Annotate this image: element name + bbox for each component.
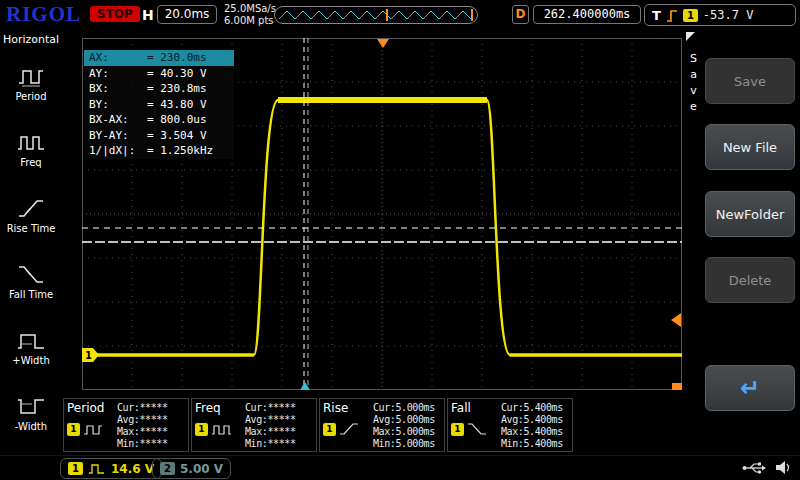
measurement-source-badge: 1 xyxy=(67,423,80,436)
svg-text:1: 1 xyxy=(85,350,92,361)
cursor-row-ay[interactable]: AY:= 40.30 V xyxy=(84,66,234,82)
cursor-row-ax[interactable]: AX:= 230.0ms xyxy=(84,50,234,66)
trigger-source-badge: 1 xyxy=(683,9,698,22)
memory-position-bar xyxy=(274,6,478,24)
run-state-badge: STOP xyxy=(90,6,140,22)
sample-rate: 25.0MSa/s xyxy=(224,3,276,15)
measurement-name: Freq xyxy=(195,401,245,415)
rising-edge-icon xyxy=(666,8,678,23)
measure-sidebar: Horizontal Period Freq Rise Time Fall Ti… xyxy=(0,30,62,455)
channel2-scale: 5.00 V xyxy=(180,462,223,476)
menu-tab-save: Save xyxy=(687,52,701,116)
fall-time-icon xyxy=(466,421,488,437)
measurement-values: Cur:5.400msAvg:5.400ms Max:5.400msMin:5.… xyxy=(501,401,569,449)
cursor-row-byay: BY-AY:= 3.504 V xyxy=(84,128,234,144)
delete-button[interactable]: Delete xyxy=(705,257,795,303)
cursor-row-inv-dx: 1/|dX|:= 1.250kHz xyxy=(84,143,234,159)
save-menu: Save Save New File NewFolder Delete ↵ xyxy=(685,30,800,455)
sidebar-item-label: -Width xyxy=(15,421,47,432)
fall-time-icon xyxy=(16,262,46,286)
measurement-source-badge: 1 xyxy=(195,423,208,436)
channel2-indicator[interactable]: 2 5.00 V xyxy=(152,458,231,479)
period-icon xyxy=(16,64,46,88)
sidebar-item-fall-time[interactable]: Fall Time xyxy=(0,248,62,314)
sidebar-item-minus-width[interactable]: -Width xyxy=(0,380,62,446)
delay-label: D xyxy=(512,5,529,24)
plus-width-icon xyxy=(16,328,46,352)
measurement-box-freq: Freq 1 Cur:*****Avg:***** Max:*****Min:*… xyxy=(191,398,317,452)
new-file-button[interactable]: New File xyxy=(705,124,795,170)
speaker-icon xyxy=(775,460,792,475)
timebase-readout: 20.0ms xyxy=(157,5,217,24)
memory-depth: 6.00M pts xyxy=(224,15,276,27)
sidebar-item-freq[interactable]: Freq xyxy=(0,116,62,182)
menu-corner-icon xyxy=(686,32,695,41)
channel-bar: 1 14.6 V 2 5.00 V xyxy=(0,455,800,480)
enter-button[interactable]: ↵ xyxy=(705,365,795,411)
sidebar-item-rise-time[interactable]: Rise Time xyxy=(0,182,62,248)
measurement-source-badge: 1 xyxy=(323,423,336,436)
measurement-box-rise: Rise 1 Cur:5.000msAvg:5.000ms Max:5.000m… xyxy=(319,398,445,452)
channel1-indicator[interactable]: 1 14.6 V xyxy=(60,458,162,479)
rise-time-icon xyxy=(338,421,360,437)
rigol-logo: RIGOL xyxy=(6,2,81,27)
trigger-label: T xyxy=(652,8,661,23)
measurement-values: Cur:*****Avg:***** Max:*****Min:***** xyxy=(117,401,185,449)
minus-width-icon xyxy=(16,394,46,418)
measurement-name: Period xyxy=(67,401,117,415)
sidebar-item-period[interactable]: Period xyxy=(0,50,62,116)
trigger-level-readout: -53.7 V xyxy=(703,8,754,22)
graticule-area: 1 AX:= 230.0ms AY:= 40.30 V BX:= 230.8ms… xyxy=(82,38,682,390)
measurement-box-period: Period 1 Cur:*****Avg:***** Max:*****Min… xyxy=(63,398,189,452)
sidebar-item-plus-width[interactable]: +Width xyxy=(0,314,62,380)
measurement-values: Cur:*****Avg:***** Max:*****Min:***** xyxy=(245,401,313,449)
horizontal-label: H xyxy=(142,7,154,23)
measurement-name: Rise xyxy=(323,401,373,415)
rise-time-icon xyxy=(16,196,46,220)
delay-offscreen-marker-icon xyxy=(672,383,682,390)
channel1-badge: 1 xyxy=(68,462,83,475)
measurement-box-fall: Fall 1 Cur:5.400msAvg:5.400ms Max:5.400m… xyxy=(447,398,573,452)
measurement-values: Cur:5.000msAvg:5.000ms Max:5.000msMin:5.… xyxy=(373,401,441,449)
freq-icon xyxy=(210,421,232,437)
cursor-row-by[interactable]: BY:= 43.80 V xyxy=(84,97,234,113)
period-icon xyxy=(82,421,104,437)
channel1-scale: 14.6 V xyxy=(111,462,154,476)
return-arrow-icon: ↵ xyxy=(740,378,760,398)
cursor-row-bxax: BX-AX:= 800.0us xyxy=(84,112,234,128)
measurement-source-badge: 1 xyxy=(451,423,464,436)
oscilloscope-screen: RIGOL STOP H 20.0ms 25.0MSa/s 6.00M pts … xyxy=(0,0,800,480)
status-bar: RIGOL STOP H 20.0ms 25.0MSa/s 6.00M pts … xyxy=(0,0,800,30)
measurement-name: Fall xyxy=(451,401,501,415)
usb-icon xyxy=(742,461,766,474)
sidebar-title: Horizontal xyxy=(0,30,62,50)
sidebar-item-label: Period xyxy=(15,91,46,102)
freq-icon xyxy=(16,130,46,154)
sidebar-item-label: Fall Time xyxy=(9,289,53,300)
new-folder-button[interactable]: NewFolder xyxy=(705,191,795,237)
cursor-readout-panel: AX:= 230.0ms AY:= 40.30 V BX:= 230.8ms B… xyxy=(84,50,234,159)
sidebar-item-label: +Width xyxy=(12,355,49,366)
channel2-badge: 2 xyxy=(160,462,175,475)
cursor-row-bx[interactable]: BX:= 230.8ms xyxy=(84,81,234,97)
delay-readout: 262.400000ms xyxy=(533,5,641,24)
trigger-status: T 1 -53.7 V xyxy=(644,4,796,26)
square-wave-icon xyxy=(88,463,106,475)
sidebar-item-label: Freq xyxy=(20,157,41,168)
sidebar-item-label: Rise Time xyxy=(7,223,56,234)
acquisition-info: 25.0MSa/s 6.00M pts xyxy=(224,3,276,27)
save-button[interactable]: Save xyxy=(705,58,795,104)
memory-waveform-icon xyxy=(275,7,477,23)
